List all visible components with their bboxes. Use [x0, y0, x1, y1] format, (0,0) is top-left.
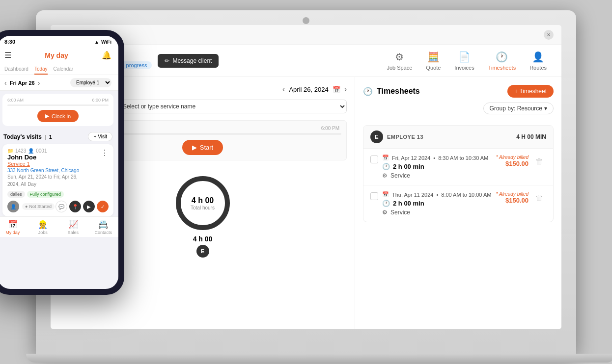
- add-visit-label: Visit: [98, 134, 107, 139]
- tab-job-space-label: Job Space: [387, 65, 412, 71]
- phone-tab-sales[interactable]: 📈 Sales: [58, 220, 88, 235]
- phone-tab-calendar[interactable]: Calendar: [54, 66, 74, 75]
- employee-badge: E EMPLOYE 13: [370, 130, 423, 143]
- person-icon: 👤: [28, 148, 34, 154]
- entry-2-amount: $150.00: [496, 197, 529, 204]
- donut-chart: 4 h 00 Total hours: [176, 176, 230, 230]
- visits-count: 1: [49, 134, 52, 140]
- location-action-btn[interactable]: 📍: [69, 201, 81, 212]
- date-prev-btn[interactable]: ‹: [4, 79, 7, 87]
- visit-job-info: 📁 1423 👤 0001 John Doe Service 1 333 Nor…: [7, 148, 79, 189]
- phone-employee-select[interactable]: Employé 1: [70, 78, 111, 87]
- laptop-screen: No 1385 John Doe × 📁 John Doe No: [51, 25, 561, 329]
- entry-1-delete-button[interactable]: 🗑: [532, 155, 546, 168]
- sales-label: Sales: [67, 230, 79, 235]
- my-day-icon: 📅: [8, 220, 18, 229]
- timesheets-header: 🕐 Timesheets + Timesheet: [363, 85, 554, 98]
- timesheets-icon: 🕐: [496, 51, 508, 63]
- window-close-button[interactable]: ×: [544, 30, 554, 40]
- chat-action-btn[interactable]: 💬: [56, 201, 67, 212]
- employee-section: E EMPLOYE 13 4 H 00 MIN: [363, 125, 554, 222]
- entry-1-date-text: Fri, Apr 12 2024: [392, 155, 430, 161]
- check-action-btn[interactable]: ✓: [97, 201, 109, 212]
- phone-status-icons: ▲ WiFi: [94, 39, 111, 45]
- group-by-label: Group by: Resource: [490, 105, 542, 112]
- clockin-button[interactable]: ▶ Clock in: [37, 110, 79, 122]
- phone-timeline: 6:00 AM 6:00 PM ▶ Clock in: [2, 94, 113, 126]
- start-button[interactable]: ▶ Start: [182, 140, 223, 155]
- visit-service-name: Service 1: [7, 161, 79, 167]
- service-filter-select[interactable]: Select or type service name: [115, 100, 347, 113]
- visit-card-top: 📁 1423 👤 0001 John Doe Service 1 333 Nor…: [7, 148, 109, 189]
- hamburger-icon[interactable]: ☰: [4, 51, 11, 60]
- phone-tab-dashboard[interactable]: Dashboard: [4, 66, 28, 75]
- tab-routes[interactable]: 👤 Routes: [529, 51, 547, 71]
- plus-icon: +: [93, 134, 96, 139]
- visit-tags: dalles Fully configured: [7, 191, 109, 198]
- phone-timeline-track: [7, 104, 109, 106]
- phone-tab-today[interactable]: Today: [34, 66, 48, 75]
- window-header: 📁 John Doe No 1385 In progress: [51, 45, 561, 77]
- timeline-start-label: 6:00 AM: [7, 98, 24, 103]
- add-visit-button[interactable]: + Visit: [88, 132, 112, 141]
- chart-value: 4 h 00: [192, 196, 214, 205]
- clock-icon-2: 🕐: [382, 200, 390, 207]
- entry-2-time-range: 8:00 AM to 10:00 AM: [441, 192, 491, 198]
- phone-tab-jobs[interactable]: 👷 Jobs: [28, 220, 58, 235]
- timesheets-title: 🕐 Timesheets: [363, 87, 420, 96]
- entry-1-checkbox[interactable]: [370, 156, 378, 163]
- clockin-btn-wrapper: ▶ Clock in: [7, 110, 109, 122]
- phone-tab-my-day[interactable]: 📅 My day: [0, 220, 28, 235]
- tab-timesheets[interactable]: 🕐 Timesheets: [488, 51, 516, 71]
- visits-title-group: Today's visits | 1: [3, 133, 52, 140]
- message-client-button[interactable]: ✏ Message client: [158, 54, 219, 68]
- phone-screen: 8:30 ▲ WiFi ☰ My day 🔔 Dashboard Today: [0, 36, 118, 289]
- group-by-row: Group by: Resource ▾: [363, 103, 554, 120]
- emp-name: EMPLOYE 13: [387, 134, 423, 140]
- visit-address: 333 North Green Street, Chicago: [7, 168, 79, 173]
- date-next-btn[interactable]: ›: [38, 79, 40, 87]
- tab-job-space[interactable]: ⚙ Job Space: [387, 51, 412, 71]
- invoices-icon: 📄: [458, 51, 471, 63]
- phone-tab-contacts[interactable]: 📇 Contacts: [88, 220, 119, 235]
- entry-2-date-text: Thu, Apr 11 2024: [392, 192, 433, 198]
- entry-1-time-range: 8:30 AM to 10:30 AM: [438, 155, 488, 161]
- play-action-btn[interactable]: ▶: [83, 201, 95, 212]
- service-icon-1: ⚙: [382, 172, 388, 179]
- add-timesheet-button[interactable]: + Timesheet: [507, 85, 554, 98]
- clockin-label: Clock in: [52, 113, 71, 119]
- visit-avatar-group: 👤 ● Not Started: [7, 201, 55, 212]
- visit-client-name: John Doe: [7, 154, 79, 161]
- visits-title: Today's visits: [3, 133, 42, 140]
- date-next-button[interactable]: ›: [344, 85, 347, 94]
- phone-date-label: Fri Apr 26: [10, 80, 35, 86]
- phone-status-bar: 8:30 ▲ WiFi: [0, 36, 118, 47]
- bell-icon[interactable]: 🔔: [102, 51, 111, 60]
- emp-avatar: E: [370, 130, 383, 143]
- entry-2-checkbox[interactable]: [370, 192, 378, 200]
- laptop-camera: [303, 17, 309, 24]
- contacts-label: Contacts: [94, 230, 112, 235]
- group-by-select[interactable]: Group by: Resource ▾: [483, 103, 554, 114]
- visit-job-number-row: 📁 1423 👤 0001: [7, 148, 79, 154]
- message-btn-label: Message client: [172, 57, 212, 64]
- entry-1-service: ⚙ Service: [382, 172, 492, 179]
- employee-section-header: E EMPLOYE 13 4 H 00 MIN: [363, 126, 553, 148]
- tab-invoices[interactable]: 📄 Invoices: [454, 51, 474, 71]
- more-options-icon[interactable]: ⋮: [101, 148, 109, 157]
- entry-1-dot: •: [433, 155, 435, 161]
- entry-2-delete-button[interactable]: 🗑: [532, 191, 546, 205]
- calendar-icon: 📅: [333, 86, 340, 93]
- entry-1-service-text: Service: [390, 172, 410, 179]
- quote-icon: 🧮: [427, 51, 440, 63]
- visit-status-label: Not Started: [29, 204, 52, 209]
- employee-avatar: E: [196, 245, 209, 258]
- tab-invoices-label: Invoices: [454, 65, 474, 71]
- jobs-label: Jobs: [38, 230, 48, 235]
- tab-quote-label: Quote: [426, 65, 441, 71]
- timesheet-entry-1: 📅 Fri, Apr 12 2024 • 8:30 AM to 10:30 AM…: [363, 148, 553, 185]
- date-prev-button[interactable]: ‹: [282, 85, 285, 94]
- tab-quote[interactable]: 🧮 Quote: [426, 51, 441, 71]
- calendar-icon-1: 📅: [382, 155, 389, 161]
- phone-header: ☰ My day 🔔: [0, 47, 118, 64]
